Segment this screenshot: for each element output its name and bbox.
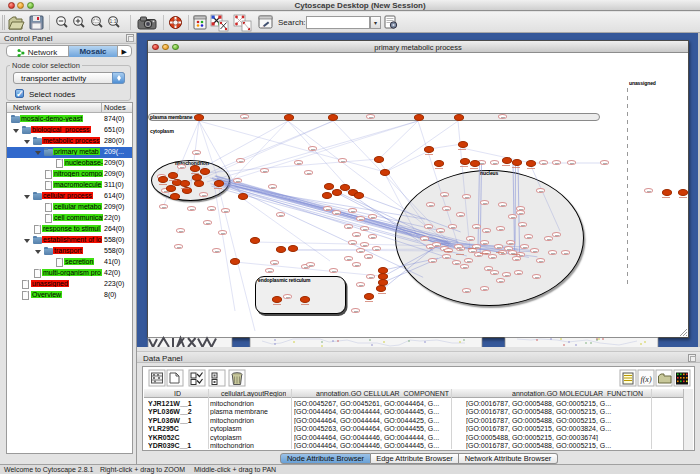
svg-text:f(x): f(x) (640, 375, 651, 384)
svg-text:1:1: 1:1 (110, 18, 117, 24)
